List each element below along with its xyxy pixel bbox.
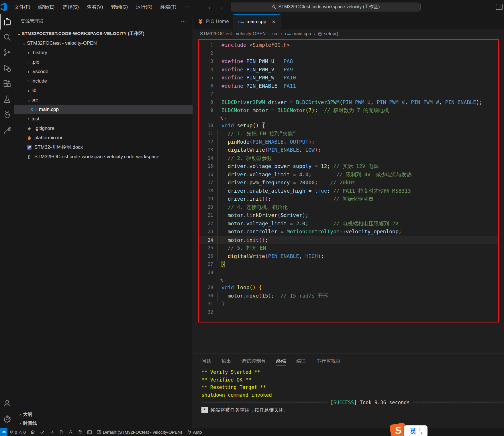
panel-tab-调试控制台[interactable]: 调试控制台: [242, 353, 266, 368]
tree-item-.history[interactable]: ›.history: [14, 48, 193, 57]
tree-item-test[interactable]: ›test: [14, 114, 193, 124]
code-line-4[interactable]: 4#define PIN_PWM_V PA9: [198, 66, 499, 74]
code-editor[interactable]: 1#include <SimpleFOC.h>23#define PIN_PWM…: [193, 38, 504, 353]
code-line-14[interactable]: 14 // 2. 驱动器参数: [198, 154, 499, 163]
menu-6[interactable]: 终端(T): [156, 0, 181, 14]
close-icon[interactable]: ✕: [272, 19, 275, 25]
code-line-19[interactable]: 19 driver.init(); // 初始化驱动器: [198, 195, 499, 203]
activity-platformio-icon[interactable]: [0, 107, 14, 122]
activity-extensions-icon[interactable]: [0, 76, 14, 91]
pio-env-selector[interactable]: Default (STM32FOCtest - velocity-OPEN): [94, 428, 185, 436]
code-line-27[interactable]: 27}: [198, 260, 499, 269]
menu-2[interactable]: 选择(S): [58, 0, 83, 14]
pio-clean-button[interactable]: [56, 428, 66, 436]
code-line-3[interactable]: 3#define PIN_PWM_U PA8: [198, 57, 499, 66]
breadcrumb-item-1[interactable]: src: [272, 31, 278, 36]
command-center-search[interactable]: STM32FOCtest.code-workspace-velocity (工作…: [231, 3, 421, 11]
inline-chat-sparkle-icon[interactable]: ⌄: [198, 277, 499, 284]
tree-item-.gitignore[interactable]: ◆.gitignore: [14, 124, 193, 133]
activity-tools-icon[interactable]: [0, 122, 14, 138]
activity-search-icon[interactable]: [0, 30, 14, 45]
menu-5[interactable]: 运行(R): [132, 0, 156, 14]
code-line-24[interactable]: 24 motor.init();: [198, 236, 499, 244]
code-line-13[interactable]: 13 digitalWrite(PIN_ENABLE, LOW);: [198, 146, 499, 154]
nav-forward-button[interactable]: →: [218, 3, 224, 11]
activity-account-icon[interactable]: [0, 395, 14, 411]
code-line-29[interactable]: 29void loop() {: [198, 284, 499, 292]
code-line-10[interactable]: 10void setup() {: [198, 122, 499, 130]
code-line-7[interactable]: 7: [198, 90, 499, 98]
code-line-12[interactable]: 12 pinMode(PIN_ENABLE, OUTPUT);: [198, 138, 499, 146]
code-line-8[interactable]: 8BLDCDriver3PWM driver = BLDCDriver3PWM(…: [198, 98, 499, 107]
code-line-31[interactable]: 31}: [198, 300, 499, 308]
code-line-23[interactable]: 23 motor.controller = MotionControlType:…: [198, 228, 499, 236]
activity-source-control-icon[interactable]: [0, 45, 14, 60]
menu-0[interactable]: 文件(F): [10, 0, 34, 14]
code-line-1[interactable]: 1#include <SimpleFOC.h>: [198, 41, 499, 49]
terminal-output[interactable]: ** Verify Started **** Verified OK **** …: [193, 368, 504, 414]
tree-item-.vscode[interactable]: ›.vscode: [14, 67, 193, 76]
tab-main.cpp[interactable]: C++main.cpp✕: [234, 14, 280, 29]
tree-item-stm32foctest.code-workspace-velocity.code-workspace[interactable]: {}STM32FOCtest.code-workspace-velocity.c…: [14, 152, 193, 161]
code-line-15[interactable]: 15 driver.voltage_power_supply = 12; // …: [198, 162, 499, 171]
breadcrumb-item-0[interactable]: STM32FOCtest - velocity-OPEN: [200, 31, 266, 36]
panel-tab-问题[interactable]: 问题: [201, 353, 211, 368]
menu-3[interactable]: 查看(V): [83, 0, 107, 14]
panel-tab-输出[interactable]: 输出: [221, 353, 231, 368]
tree-item-platformio.ini[interactable]: platformio.ini: [14, 133, 193, 142]
menu-1[interactable]: 编辑(E): [34, 0, 59, 14]
sidebar-section-1[interactable]: ›时间线: [14, 419, 193, 428]
tree-item-stm32foctest.code-workspace-velocity-[interactable]: ⌄STM32FOCTEST.CODE-WORKSPACE-VELOCITY (工…: [14, 29, 193, 38]
code-line-21[interactable]: 21 motor.linkDriver(&driver);: [198, 211, 499, 220]
activity-settings-icon[interactable]: [0, 411, 14, 427]
remote-indicator[interactable]: ><: [0, 428, 7, 436]
layout-customize-icon[interactable]: [495, 3, 503, 10]
breadcrumb[interactable]: STM32FOCtest - velocity-OPEN›src›C++main…: [193, 29, 504, 38]
menu-4[interactable]: 转到(G): [107, 0, 132, 14]
activity-test-icon[interactable]: [0, 91, 14, 107]
code-line-16[interactable]: 16 driver.voltage_limit = 4.0; // 限制到 4V…: [198, 171, 499, 179]
panel-tab-串行监视器[interactable]: 串行监视器: [316, 353, 341, 368]
code-line-6[interactable]: 6#define PIN_ENABLE PA11: [198, 82, 499, 90]
panel-tab-终端[interactable]: 终端: [276, 353, 286, 368]
tree-item-lib[interactable]: ›lib: [14, 86, 193, 95]
tree-item-main.cpp[interactable]: C++main.cpp: [14, 105, 193, 114]
tree-item-.pio[interactable]: ›.pio: [14, 57, 193, 67]
code-line-26[interactable]: 26 digitalWrite(PIN_ENABLE, HIGH);: [198, 252, 499, 261]
inline-chat-sparkle-icon[interactable]: ⌄: [198, 115, 499, 122]
nav-back-button[interactable]: ←: [207, 3, 214, 11]
tab-pio-home[interactable]: PIO Home: [193, 14, 234, 29]
pio-test-button[interactable]: [66, 428, 75, 436]
tree-item-stm32--.docx[interactable]: WSTM32-开环控制.docx: [14, 142, 193, 152]
terminal-button[interactable]: [85, 428, 94, 436]
code-line-20[interactable]: 20 // 4. 连接电机、初始化: [198, 203, 499, 212]
explorer-more-actions-icon[interactable]: ⋯: [181, 18, 186, 24]
code-line-28[interactable]: 28: [198, 269, 499, 277]
code-line-11[interactable]: 11 // 1. 先把 EN 拉到“失能”: [198, 130, 499, 138]
code-line-5[interactable]: 5#define PIN_PWM_W PA10: [198, 74, 499, 82]
code-line-32[interactable]: 32: [198, 308, 499, 316]
pio-home-button[interactable]: [28, 428, 38, 436]
code-line-17[interactable]: 17 driver.pwm_frequency = 20000; // 20kH…: [198, 179, 499, 187]
tree-item-include[interactable]: ›include: [14, 76, 193, 86]
activity-run-debug-icon[interactable]: [0, 60, 14, 76]
ime-language-bar[interactable]: 英 ’,: [404, 425, 427, 436]
code-line-2[interactable]: 2: [198, 49, 499, 58]
sidebar-section-0[interactable]: ›大纲: [14, 410, 193, 419]
code-line-18[interactable]: 18 driver.enable_active_high = true; // …: [198, 187, 499, 195]
code-line-25[interactable]: 25 // 5. 打开 EN: [198, 244, 499, 252]
breadcrumb-item-2[interactable]: C++main.cpp: [285, 31, 311, 36]
code-line-30[interactable]: 30 motor.move(15); // 15 rad/s 开环: [198, 292, 499, 300]
pio-build-button[interactable]: [38, 428, 47, 436]
panel-tab-端口[interactable]: 端口: [296, 353, 306, 368]
menu-more-icon[interactable]: ⋯: [181, 0, 194, 14]
breadcrumb-item-3[interactable]: setup(): [318, 31, 338, 36]
code-line-22[interactable]: 22 motor.voltage_limit = 2.0; // 电机端相电压限…: [198, 220, 499, 228]
problems-status[interactable]: ⊘ 0 △ 0: [7, 428, 28, 436]
serial-port-button[interactable]: [75, 428, 85, 436]
tree-item-src[interactable]: ⌄src: [14, 95, 193, 105]
serial-auto-toggle[interactable]: Auto: [185, 428, 204, 436]
code-line-9[interactable]: 9BLDCMotor motor = BLDCMotor(7); // 极对数为…: [198, 106, 499, 115]
activity-explorer-icon[interactable]: [0, 14, 14, 30]
pio-upload-button[interactable]: [47, 428, 56, 436]
